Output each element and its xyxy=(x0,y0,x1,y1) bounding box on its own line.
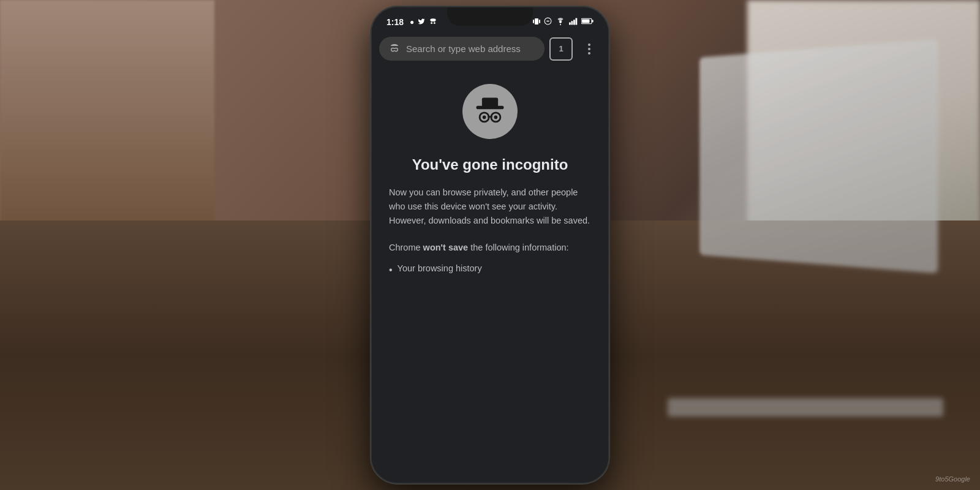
svg-rect-6 xyxy=(535,18,538,24)
incognito-icon-circle xyxy=(462,84,518,139)
battery-icon xyxy=(581,18,594,26)
incognito-icon xyxy=(472,93,508,130)
vibrate-icon xyxy=(533,17,540,28)
more-menu-button[interactable] xyxy=(578,37,601,61)
status-app-icons: ● xyxy=(410,18,437,27)
more-dot-3 xyxy=(588,52,590,55)
scene: 1:18 ● xyxy=(0,0,980,490)
incognito-title: You've gone incognito xyxy=(412,156,568,173)
phone: 1:18 ● xyxy=(371,6,609,484)
wont-save-label: won't save xyxy=(423,243,469,252)
svg-point-5 xyxy=(434,22,435,23)
address-bar[interactable]: Search or type web address xyxy=(379,37,545,61)
signal-icon xyxy=(569,18,578,27)
watermark: 9to5Google xyxy=(935,475,970,483)
tab-count-button[interactable]: 1 xyxy=(549,37,573,61)
svg-point-11 xyxy=(560,24,561,25)
list-item-text: Your browsing history xyxy=(398,263,482,273)
svg-rect-14 xyxy=(573,20,575,24)
laptop-base xyxy=(668,398,943,417)
more-dot-2 xyxy=(588,48,590,50)
incognito-save-info: Chrome won't save the following informat… xyxy=(389,241,591,255)
spotify-icon: ● xyxy=(410,18,414,26)
status-left: 1:18 ● xyxy=(386,17,437,27)
address-bar-placeholder: Search or type web address xyxy=(406,43,535,54)
svg-rect-30 xyxy=(488,116,492,118)
svg-rect-17 xyxy=(582,19,589,23)
list-bullet: • xyxy=(389,263,393,277)
chrome-label: Chrome xyxy=(389,243,421,252)
browser-toolbar: Search or type web address 1 xyxy=(372,32,608,66)
more-dot-1 xyxy=(588,43,590,46)
list-item: • Your browsing history xyxy=(389,263,591,277)
svg-rect-18 xyxy=(592,20,593,23)
incognito-list: • Your browsing history xyxy=(389,260,591,277)
notch xyxy=(447,7,533,26)
dnd-icon xyxy=(544,17,552,27)
svg-rect-8 xyxy=(539,20,540,23)
incognito-content: You've gone incognito Now you can browse… xyxy=(372,66,608,289)
status-right xyxy=(533,17,594,28)
svg-rect-12 xyxy=(569,22,571,24)
laptop xyxy=(699,39,938,273)
tab-count-label: 1 xyxy=(559,44,563,53)
save-info-rest: the following information: xyxy=(468,243,568,252)
svg-point-27 xyxy=(483,116,486,119)
screen: 1:18 ● xyxy=(372,7,608,483)
svg-point-29 xyxy=(494,116,498,119)
svg-rect-23 xyxy=(392,49,397,50)
svg-point-4 xyxy=(431,22,432,23)
status-time: 1:18 xyxy=(386,17,404,27)
address-bar-incognito-icon xyxy=(389,43,400,55)
svg-rect-15 xyxy=(576,18,578,24)
phone-body: 1:18 ● xyxy=(371,6,609,484)
twitter-icon xyxy=(418,18,425,27)
svg-rect-25 xyxy=(482,98,498,107)
incognito-description: Now you can browse privately, and other … xyxy=(389,186,591,228)
svg-point-0 xyxy=(431,18,436,21)
wifi-icon xyxy=(556,18,565,27)
incognito-status-icon xyxy=(429,18,437,27)
svg-rect-7 xyxy=(533,20,534,23)
svg-rect-13 xyxy=(571,21,573,24)
